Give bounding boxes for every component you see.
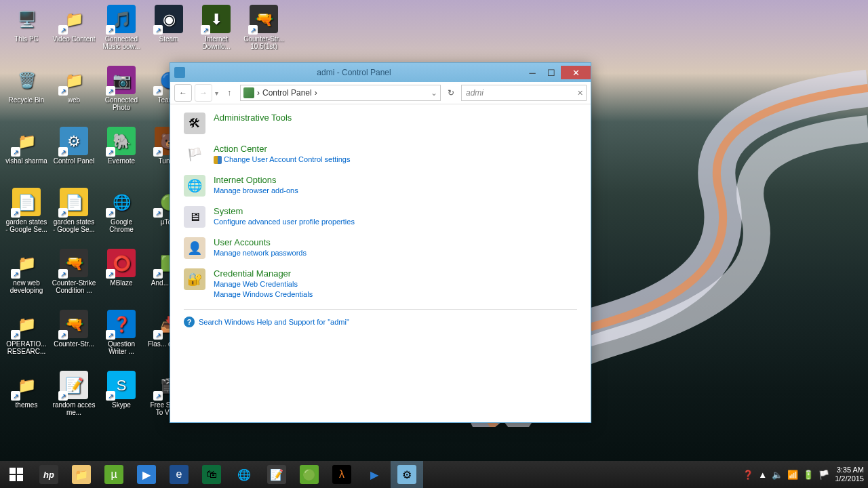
- icon-label: Counter-Str... 10.5(1st): [241, 35, 286, 50]
- history-dropdown[interactable]: ▾: [215, 89, 218, 97]
- close-button[interactable]: ✕: [561, 66, 591, 79]
- breadcrumb[interactable]: Control Panel: [262, 88, 312, 98]
- taskbar-item-utorrent[interactable]: µ: [98, 461, 130, 488]
- search-box[interactable]: ✕: [461, 85, 587, 101]
- desktop-icon[interactable]: ❓Question Writer ...: [98, 308, 144, 366]
- result-title-link[interactable]: Action Center: [214, 144, 577, 154]
- back-button[interactable]: ←: [174, 84, 192, 102]
- desktop-icon[interactable]: 📁new web developing: [3, 247, 50, 305]
- desktop-icon[interactable]: 📁Video Content: [51, 3, 97, 61]
- nav-toolbar: ← → ▾ ↑ › Control Panel › ⌄ ↻ ✕: [170, 82, 591, 104]
- tray-icon[interactable]: 🔈: [772, 470, 783, 480]
- taskbar-item-hp[interactable]: hp: [33, 461, 65, 488]
- icon-label: OPERATIO... RESEARC...: [4, 340, 49, 355]
- app-icon: 📁: [12, 371, 41, 399]
- desktop-icon[interactable]: 📁OPERATIO... RESEARC...: [3, 308, 50, 366]
- taskbar-item-chrome[interactable]: 🌐: [228, 461, 260, 488]
- taskbar-item-store[interactable]: 🛍: [195, 461, 228, 488]
- result-sublink[interactable]: Change User Account Control settings: [214, 155, 577, 165]
- taskbar-item-play[interactable]: ▶: [358, 461, 391, 488]
- result-title-link[interactable]: System: [214, 206, 577, 216]
- clock[interactable]: 3:35 AM 1/2/2015: [835, 466, 864, 483]
- result-title-link[interactable]: Administrative Tools: [214, 113, 577, 123]
- taskbar-item-windows-media[interactable]: ▶: [130, 461, 163, 488]
- task-icon: 📁: [72, 465, 91, 484]
- taskbar-item-torrent2[interactable]: 🟢: [293, 461, 326, 488]
- app-icon: 📝: [60, 371, 88, 399]
- result-sublink[interactable]: Manage network passwords: [214, 248, 577, 258]
- desktop-icon[interactable]: 🌐Google Chrome: [98, 186, 144, 244]
- window-icon: [174, 67, 185, 78]
- address-bar[interactable]: › Control Panel › ⌄: [240, 85, 441, 101]
- result-title-link[interactable]: Credential Manager: [214, 268, 577, 279]
- icon-label: Internet Downlo...: [194, 35, 239, 50]
- icon-label: This PC: [14, 35, 39, 43]
- app-icon: 🖥️: [12, 5, 41, 33]
- icon-label: themes: [16, 401, 38, 409]
- result-sublink[interactable]: Manage browser add-ons: [214, 186, 577, 196]
- minimize-button[interactable]: ─: [523, 66, 542, 79]
- tray-icon[interactable]: ▲: [758, 470, 767, 480]
- result-sublink[interactable]: Manage Web Credentials: [214, 279, 577, 289]
- desktop-icon[interactable]: 📁themes: [3, 369, 50, 427]
- tray-icon[interactable]: 🔋: [803, 470, 814, 480]
- desktop-icon[interactable]: 📁vishal sharma: [3, 125, 50, 183]
- maximize-button[interactable]: ☐: [542, 66, 561, 79]
- desktop-icon[interactable]: ⚙Control Panel: [51, 125, 97, 183]
- result-title-link[interactable]: Internet Options: [214, 175, 577, 185]
- desktop-icon[interactable]: ⭕MBlaze: [98, 247, 144, 305]
- up-button[interactable]: ↑: [221, 85, 237, 101]
- tray-icon[interactable]: 📶: [787, 470, 798, 480]
- start-button[interactable]: [0, 461, 33, 488]
- tray-icon[interactable]: ❓: [743, 470, 753, 480]
- taskbar-item-half-life[interactable]: λ: [326, 461, 358, 488]
- titlebar[interactable]: admi - Control Panel ─ ☐ ✕: [170, 63, 591, 82]
- taskbar-item-sublime[interactable]: 📝: [260, 461, 293, 488]
- desktop-icon[interactable]: ⬇Internet Downlo...: [193, 3, 239, 61]
- tray-icon[interactable]: 🏳️: [818, 470, 829, 480]
- app-icon: 📁: [12, 310, 41, 338]
- search-result: 🏳️Action CenterChange User Account Contr…: [184, 144, 577, 165]
- result-title-link[interactable]: User Accounts: [214, 237, 577, 247]
- desktop-icon[interactable]: 📁web: [51, 64, 97, 122]
- desktop-icon[interactable]: 🗑️Recycle Bin: [3, 64, 50, 122]
- desktop-icon[interactable]: 🐘Evernote: [98, 125, 144, 183]
- desktop-icon[interactable]: 🎵Connected Music pow...: [98, 3, 144, 61]
- desktop-icon[interactable]: 📄garden states - Google Se...: [51, 186, 97, 244]
- taskbar-item-explorer[interactable]: 📁: [65, 461, 98, 488]
- desktop-icon[interactable]: 🔫Counter-Strike Condition ...: [51, 247, 97, 305]
- taskbar-item-browser[interactable]: e: [163, 461, 195, 488]
- search-clear-button[interactable]: ✕: [577, 89, 583, 98]
- result-sublink[interactable]: Configure advanced user profile properti…: [214, 217, 577, 227]
- result-icon: 🔐: [184, 268, 205, 290]
- task-icon: ⚙: [397, 465, 416, 484]
- desktop-icon[interactable]: ◉Steam: [146, 3, 192, 61]
- desktop-icon[interactable]: 🖥️This PC: [3, 3, 50, 61]
- icon-label: vishal sharma: [5, 157, 47, 165]
- desktop-icon[interactable]: 📄garden states - Google Se...: [3, 186, 50, 244]
- taskbar-item-control-panel[interactable]: ⚙: [391, 461, 423, 488]
- uac-shield-icon: [214, 156, 222, 164]
- icon-label: new web developing: [4, 279, 49, 294]
- address-dropdown[interactable]: ⌄: [431, 88, 437, 98]
- icon-label: Skype: [112, 401, 131, 409]
- refresh-button[interactable]: ↻: [443, 85, 458, 100]
- desktop-icon[interactable]: SSkype: [98, 369, 144, 427]
- icon-label: Connected Music pow...: [99, 35, 144, 50]
- desktop-icon[interactable]: 📝random acces me...: [51, 369, 97, 427]
- window-title: admi - Control Panel: [185, 68, 523, 77]
- help-search-link[interactable]: ?Search Windows Help and Support for "ad…: [184, 317, 577, 327]
- desktop-icon[interactable]: 🔫Counter-Str... 10.5(1st): [241, 3, 287, 61]
- forward-button[interactable]: →: [195, 84, 212, 102]
- search-result: 🌐Internet OptionsManage browser add-ons: [184, 175, 577, 197]
- search-input[interactable]: [465, 87, 577, 98]
- app-icon: 🔫: [60, 249, 88, 277]
- desktop-icon[interactable]: 🔫Counter-Str...: [51, 308, 97, 366]
- desktop-icon[interactable]: 📷Connected Photo: [98, 64, 144, 122]
- icon-label: web: [68, 96, 80, 104]
- search-result: 🔐Credential ManagerManage Web Credential…: [184, 268, 577, 300]
- breadcrumb-sep2: ›: [315, 88, 317, 98]
- result-sublink[interactable]: Manage Windows Credentials: [214, 289, 577, 300]
- result-icon: 🖥: [184, 206, 205, 228]
- task-icon: hp: [39, 465, 58, 484]
